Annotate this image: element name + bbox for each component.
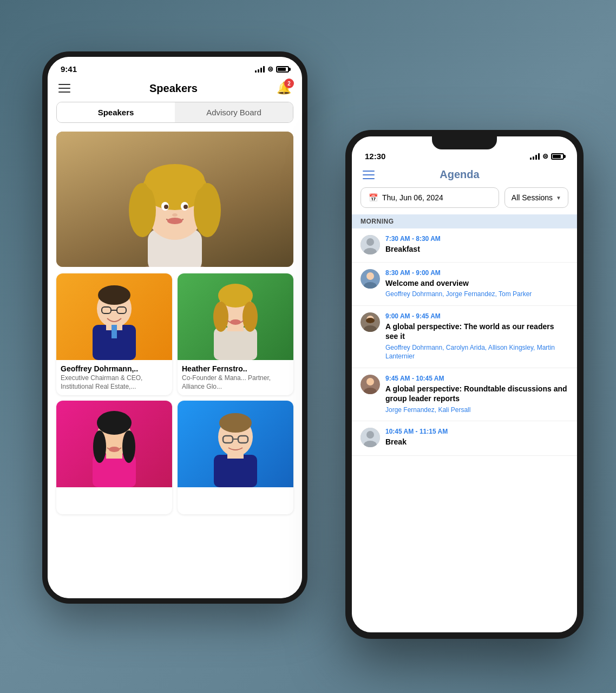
sessions-dropdown[interactable]: All Sessions ▼ (504, 187, 568, 208)
speaker-card-2[interactable] (56, 401, 172, 514)
app-header-front: Agenda (352, 164, 577, 187)
agenda-content-1: 8:30 AM - 9:00 AM Welcome and overview G… (385, 269, 568, 299)
hero-person-illustration (94, 137, 256, 267)
status-time-front: 12:30 (365, 152, 385, 161)
signal-icon-front (530, 153, 540, 160)
speaker-card-3[interactable] (178, 401, 293, 514)
tab-advisory-board[interactable]: Advisory Board (175, 102, 293, 122)
status-bar-back: 9:41 ⊜ (48, 57, 302, 77)
status-time-back: 9:41 (61, 64, 77, 74)
person-illustration-0 (79, 276, 149, 360)
speaker-image-1 (178, 273, 293, 360)
date-picker-button[interactable]: 📅 Thu, Jun 06, 2024 (361, 187, 499, 208)
person-avatar-1 (361, 269, 380, 289)
agenda-title-4: Break (385, 437, 568, 447)
agenda-avatar-1 (361, 269, 380, 289)
agenda-content-3: 9:45 AM - 10:45 AM A global perspective:… (385, 375, 568, 414)
agenda-speakers-3: Jorge Fernandez, Kali Persall (385, 406, 568, 415)
agenda-list: 7:30 AM - 8:30 AM Breakfast 8:30 AM - 9:… (352, 228, 577, 456)
wifi-icon-front: ⊜ (542, 152, 548, 160)
person-avatar-2 (361, 312, 380, 332)
speaker-image-3 (178, 401, 293, 487)
svg-point-10 (164, 205, 168, 209)
svg-point-33 (93, 430, 106, 463)
date-label: Thu, Jun 06, 2024 (382, 193, 443, 202)
agenda-time-3: 9:45 AM - 10:45 AM (385, 375, 568, 382)
agenda-time-0: 7:30 AM - 8:30 AM (385, 235, 568, 243)
speaker-card-name-1: Heather Fernstro.. (182, 364, 289, 373)
phone-front: 12:30 ⊜ Agenda (345, 130, 584, 639)
agenda-speakers-2: Geoffrey Dohrmann, Carolyn Arida, Alliso… (385, 343, 568, 362)
agenda-avatar-2 (361, 312, 380, 332)
speaker-card-title-3 (182, 501, 289, 510)
agenda-content-0: 7:30 AM - 8:30 AM Breakfast (385, 235, 568, 256)
agenda-title-0: Breakfast (385, 244, 568, 254)
agenda-speakers-1: Geoffrey Dohrmann, Jorge Fernandez, Tom … (385, 290, 568, 299)
hero-speaker-card[interactable]: Heather Fernstrom.. Co-Founder & Managin… (56, 132, 293, 267)
app-header-back: Speakers 🔔 2 (48, 77, 302, 102)
svg-point-26 (213, 302, 228, 332)
agenda-avatar-3 (361, 375, 380, 394)
svg-point-44 (366, 238, 374, 246)
svg-point-34 (122, 430, 135, 463)
svg-point-5 (129, 183, 156, 237)
svg-point-17 (98, 285, 130, 305)
battery-icon-back (276, 66, 289, 73)
svg-point-47 (366, 272, 374, 280)
speaker-grid: Geoffrey Dohrmann,.. Executive Chairman … (56, 273, 293, 514)
section-morning: MORNING (352, 214, 577, 228)
speaker-card-info-3 (178, 487, 293, 514)
placeholder-avatar-4 (361, 428, 380, 447)
sessions-label: All Sessions (512, 193, 553, 202)
svg-point-27 (243, 302, 258, 332)
agenda-item-1[interactable]: 8:30 AM - 9:00 AM Welcome and overview G… (352, 263, 577, 306)
svg-point-51 (366, 318, 375, 323)
speaker-card-name-2 (61, 492, 168, 500)
agenda-title-3: A global perspective: Roundtable discuss… (385, 384, 568, 403)
speaker-card-info-0: Geoffrey Dohrmann,.. Executive Chairman … (56, 360, 172, 395)
speaker-card-name-0: Geoffrey Dohrmann,.. (61, 364, 168, 373)
speaker-card-0[interactable]: Geoffrey Dohrmann,.. Executive Chairman … (56, 273, 172, 395)
phone-back-screen: 9:41 ⊜ Speakers (48, 57, 302, 598)
chevron-down-icon: ▼ (556, 195, 561, 201)
speaker-image-0 (56, 273, 172, 360)
svg-point-12 (167, 218, 182, 224)
agenda-item-4[interactable]: 10:45 AM - 11:15 AM Break (352, 421, 577, 455)
wifi-icon-back: ⊜ (267, 65, 273, 73)
agenda-item-3[interactable]: 9:45 AM - 10:45 AM A global perspective:… (352, 368, 577, 421)
speaker-card-info-1: Heather Fernstro.. Co-Founder & Mana... … (178, 360, 293, 395)
agenda-title-2: A global perspective: The world as our r… (385, 322, 568, 341)
svg-point-32 (97, 411, 132, 435)
status-icons-back: ⊜ (255, 65, 289, 73)
hero-image (56, 132, 293, 267)
speaker-card-info-2 (56, 487, 172, 514)
agenda-item-2[interactable]: 9:00 AM - 9:45 AM A global perspective: … (352, 306, 577, 368)
svg-point-39 (219, 413, 252, 433)
menu-button-front[interactable] (363, 171, 375, 179)
svg-point-35 (109, 447, 120, 452)
speaker-card-title-2 (61, 501, 168, 510)
tab-speakers[interactable]: Speakers (57, 102, 175, 122)
svg-point-11 (184, 205, 188, 209)
page-title-back: Speakers (149, 82, 198, 95)
person-illustration-2 (79, 403, 149, 487)
agenda-content-2: 9:00 AM - 9:45 AM A global perspective: … (385, 312, 568, 361)
page-title-front: Agenda (440, 168, 479, 181)
menu-button-back[interactable] (58, 84, 70, 93)
notification-badge-back: 2 (284, 79, 294, 88)
svg-point-54 (366, 378, 374, 385)
person-avatar-3 (361, 375, 380, 394)
agenda-item-0[interactable]: 7:30 AM - 8:30 AM Breakfast (352, 228, 577, 263)
placeholder-avatar-0 (361, 235, 380, 254)
svg-point-13 (172, 213, 178, 217)
agenda-title-1: Welcome and overview (385, 278, 568, 288)
battery-icon-front (551, 153, 564, 160)
agenda-time-2: 9:00 AM - 9:45 AM (385, 312, 568, 320)
svg-rect-21 (112, 325, 117, 338)
person-illustration-1 (200, 276, 271, 360)
svg-point-28 (230, 319, 241, 325)
svg-point-6 (194, 183, 221, 237)
svg-rect-22 (214, 328, 257, 360)
speaker-card-1[interactable]: Heather Fernstro.. Co-Founder & Mana... … (178, 273, 293, 395)
notification-bell-back[interactable]: 🔔 2 (277, 81, 291, 95)
